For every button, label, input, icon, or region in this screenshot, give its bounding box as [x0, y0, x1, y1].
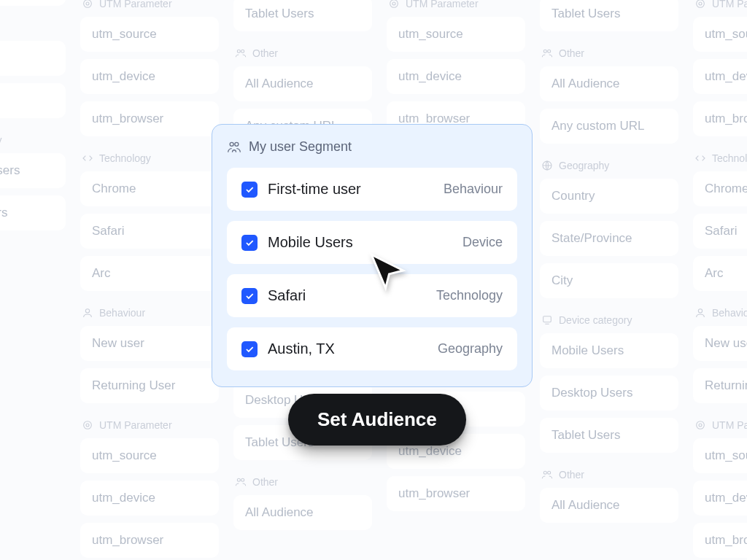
segment-row[interactable]: Safari Technology	[227, 274, 517, 317]
svg-point-4	[86, 424, 89, 427]
bg-chip: utm_device	[80, 59, 219, 94]
bg-chip: Arc	[80, 256, 219, 291]
bg-chip: utm_source	[80, 438, 219, 473]
bg-chip: Mobile Users	[540, 333, 678, 368]
users-icon	[227, 140, 241, 155]
bg-chip: Any custom URL	[0, 0, 66, 6]
svg-point-13	[543, 161, 551, 170]
bg-chip: utm_bro	[693, 523, 747, 558]
code-icon	[82, 152, 93, 164]
bg-chip: All Audience	[540, 66, 678, 101]
segment-row-category: Geography	[438, 341, 503, 357]
bg-chip: Safari	[693, 214, 747, 249]
bg-section-head: Device category	[559, 314, 632, 326]
segment-row-label: Mobile Users	[268, 234, 452, 251]
segment-row-label: Safari	[268, 287, 426, 304]
svg-point-21	[699, 424, 702, 427]
segment-row[interactable]: Austin, TX Geography	[227, 327, 517, 370]
bg-chip: utm_device	[80, 481, 219, 516]
bg-chip: Desktop Users	[0, 153, 66, 188]
segment-row-label: First-time user	[268, 181, 433, 198]
person-icon	[82, 307, 93, 319]
bg-chip: utm_browser	[387, 476, 525, 511]
bg-chip: utm_device	[387, 59, 525, 94]
bg-chip: Segment	[0, 41, 66, 76]
svg-point-22	[230, 142, 233, 146]
people-icon	[235, 476, 247, 488]
svg-point-17	[697, 0, 705, 7]
bg-chip: Tablet Users	[233, 0, 372, 31]
bg-section-head: Technology	[99, 152, 151, 164]
bg-chip: Desktop Users	[540, 376, 678, 411]
svg-point-3	[84, 421, 92, 429]
bg-section-head: UTM Para	[712, 0, 747, 9]
code-icon	[694, 152, 706, 164]
checkbox-checked[interactable]	[241, 288, 258, 304]
checkbox-checked[interactable]	[241, 182, 258, 198]
segment-row[interactable]: Mobile Users Device	[227, 221, 517, 264]
bg-chip: utm_dev	[693, 481, 747, 516]
svg-point-8	[241, 478, 244, 481]
bg-section-head: Other	[252, 476, 278, 488]
svg-point-15	[543, 471, 546, 474]
checkbox-checked[interactable]	[241, 235, 258, 251]
bg-section-head: Technolo	[712, 152, 747, 164]
bg-chip: Any custom URL	[540, 109, 678, 144]
segment-row[interactable]: First-time user Behaviour	[227, 168, 517, 211]
svg-point-23	[235, 142, 239, 146]
bg-chip: utm_browser	[80, 523, 219, 558]
target-icon	[82, 419, 93, 431]
bg-chip: utm_bro	[693, 101, 747, 136]
bg-chip: State/Province	[540, 221, 678, 256]
svg-point-7	[237, 478, 240, 481]
svg-point-12	[548, 50, 551, 52]
person-icon	[694, 307, 706, 319]
bg-section-head: Behaviou	[712, 307, 747, 319]
bg-section-head: Other	[559, 47, 584, 59]
bg-chip: All Audience	[233, 495, 372, 530]
bg-chip: City	[540, 263, 678, 298]
svg-point-0	[84, 0, 92, 7]
target-icon	[694, 0, 706, 9]
people-icon	[541, 47, 553, 59]
segment-row-category: Technology	[436, 288, 503, 303]
bg-chip: Tablet Users	[0, 195, 66, 230]
bg-section-head: Device category	[0, 134, 1, 146]
svg-point-16	[548, 471, 551, 474]
svg-point-18	[699, 2, 702, 5]
bg-chip: New user	[80, 326, 219, 361]
bg-section-head: UTM Parameter	[406, 0, 479, 9]
bg-chip: All Audience	[540, 488, 678, 523]
svg-point-20	[697, 421, 705, 429]
bg-chip: Audience	[0, 83, 66, 118]
segment-card-header: My user Segment	[227, 139, 517, 155]
svg-point-11	[543, 50, 546, 52]
segment-row-category: Behaviour	[444, 182, 503, 197]
bg-section-head: Geography	[559, 160, 609, 171]
svg-point-19	[698, 309, 702, 313]
svg-point-1	[86, 2, 89, 5]
bg-chip: utm_source	[80, 17, 219, 52]
segment-row-category: Device	[462, 235, 503, 250]
bg-chip: All Audience	[233, 66, 372, 101]
bg-chip: Tablet Users	[540, 0, 678, 31]
device-icon	[541, 314, 553, 326]
segment-card-title: My user Segment	[249, 139, 352, 155]
bg-chip: utm_dev	[693, 59, 747, 94]
bg-chip: Arc	[693, 256, 747, 291]
set-audience-button[interactable]: Set Audience	[288, 394, 466, 446]
bg-section-head: UTM Parameter	[99, 0, 172, 9]
bg-chip: Country	[540, 179, 678, 214]
bg-chip: utm_source	[387, 17, 525, 52]
bg-chip: Returning User	[80, 368, 219, 403]
checkbox-checked[interactable]	[241, 341, 258, 357]
svg-point-6	[241, 50, 244, 52]
target-icon	[82, 0, 93, 9]
bg-section-head: UTM Para	[712, 419, 747, 431]
bg-chip: New use	[693, 326, 747, 361]
globe-icon	[541, 160, 553, 171]
svg-point-10	[392, 2, 395, 5]
bg-chip: Safari	[80, 214, 219, 249]
bg-chip: Chrome	[693, 171, 747, 206]
bg-section-head: Behaviour	[99, 307, 145, 319]
